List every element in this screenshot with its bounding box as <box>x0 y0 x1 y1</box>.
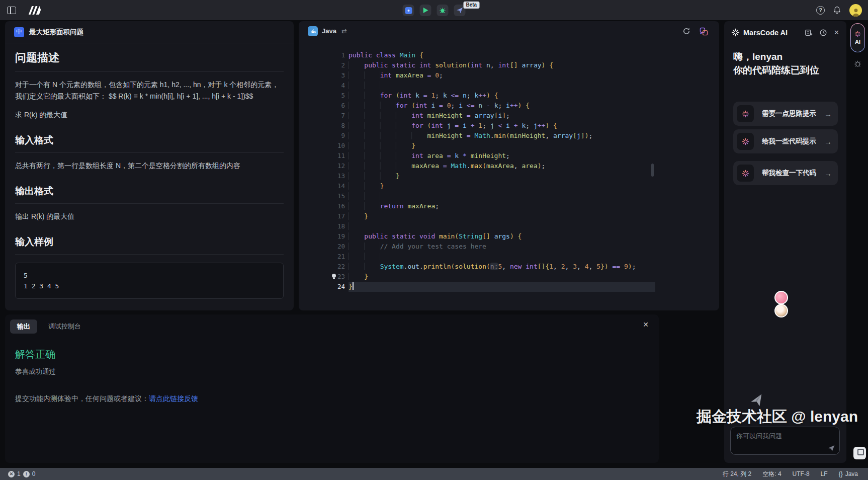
code-line-content[interactable] <box>349 252 655 262</box>
code-line-content[interactable]: minHeight = Math.min(minHeight, array[j]… <box>349 131 655 141</box>
code-line-content[interactable]: return maxArea; <box>349 201 655 211</box>
code-line[interactable]: 21 <box>299 252 655 262</box>
code-line[interactable]: 17 } <box>299 211 655 221</box>
code-line-content[interactable]: int minHeight = array[i]; <box>349 111 655 121</box>
submit-button[interactable]: Beta <box>454 5 466 16</box>
code-line-content[interactable] <box>349 221 655 231</box>
code-line[interactable]: 19 public static void main(String[] args… <box>299 231 655 242</box>
ai-suggestion-code-hint[interactable]: 给我一些代码提示 → <box>733 129 838 153</box>
lightbulb-icon[interactable] <box>331 273 337 280</box>
rail-debug-icon[interactable] <box>853 59 862 68</box>
code-line-content[interactable]: public static int solution(int n, int[] … <box>349 60 655 70</box>
code-line-content[interactable]: int area = k * minHeight; <box>349 151 655 161</box>
sample-input-line: 5 <box>24 270 275 281</box>
java-language-icon <box>308 26 318 36</box>
code-line[interactable]: 3 int maxArea = 0; <box>299 70 655 81</box>
warnings-count[interactable]: 0 <box>32 470 36 477</box>
code-line[interactable]: 23 } <box>299 272 655 282</box>
language-swap-icon[interactable]: ⇄ <box>341 27 347 35</box>
warnings-icon[interactable]: ! <box>23 471 30 477</box>
code-line-content[interactable]: } <box>349 141 655 151</box>
encoding[interactable]: UTF-8 <box>793 470 810 477</box>
help-icon[interactable]: ? <box>816 6 825 15</box>
feedback-text: 提交功能内测体验中，任何问题或者建议： <box>15 394 149 403</box>
editor-scrollbar-thumb[interactable] <box>651 164 654 177</box>
problem-title: 最大矩形面积问题 <box>29 28 83 37</box>
code-line[interactable]: 9 minHeight = Math.min(minHeight, array[… <box>299 131 655 141</box>
tab-debug-console[interactable]: 调试控制台 <box>41 319 88 334</box>
ai-chat-input[interactable] <box>736 432 834 450</box>
code-line-content[interactable]: public static void main(String[] args) { <box>349 231 655 242</box>
tab-output[interactable]: 输出 <box>10 319 37 334</box>
code-line[interactable]: 10 } <box>299 141 655 151</box>
code-line[interactable]: 15 <box>299 191 655 201</box>
code-line-content[interactable]: int maxArea = 0; <box>349 70 655 81</box>
code-line[interactable]: 12 maxArea = Math.max(maxArea, area); <box>299 161 655 171</box>
code-line[interactable]: 18 <box>299 221 655 231</box>
indentation-setting[interactable]: 空格: 4 <box>762 470 781 478</box>
code-line[interactable]: 13 } <box>299 171 655 181</box>
reset-code-icon[interactable] <box>682 27 690 35</box>
code-line-content[interactable]: } <box>349 211 655 221</box>
close-output-panel-icon[interactable]: ✕ <box>643 321 649 329</box>
editor-tab-label[interactable]: Java <box>322 27 336 35</box>
errors-count[interactable]: 1 <box>17 470 21 477</box>
floating-assistant-badge[interactable] <box>774 291 788 304</box>
language-mode[interactable]: {}Java <box>839 470 858 477</box>
marscode-logo[interactable] <box>27 6 41 15</box>
code-line-content[interactable]: System.out.println(solution(n:5, new int… <box>349 262 655 272</box>
code-line-content[interactable]: } <box>349 171 655 181</box>
new-chat-icon[interactable] <box>805 29 813 37</box>
user-avatar[interactable] <box>849 4 862 17</box>
code-line[interactable]: 24} <box>299 282 655 292</box>
code-line-content[interactable]: } <box>349 272 655 282</box>
code-line-content[interactable] <box>349 81 655 91</box>
chat-widget-restore-icon[interactable] <box>853 447 866 459</box>
code-line-content[interactable]: } <box>349 282 655 292</box>
code-line-content[interactable]: for (int i = 0; i <= n - k; i++) { <box>349 101 655 111</box>
code-lines[interactable]: 1public class Main {2 public static int … <box>299 50 655 310</box>
code-line[interactable]: 5 for (int k = 1; k <= n; k++) { <box>299 91 655 101</box>
sidebar-toggle-icon[interactable] <box>7 7 16 14</box>
code-line-content[interactable]: public class Main { <box>349 50 655 60</box>
cursor-position[interactable]: 行 24, 列 2 <box>723 470 751 478</box>
close-ai-panel-icon[interactable]: ✕ <box>834 29 839 36</box>
line-number: 17 <box>299 211 345 221</box>
eol-setting[interactable]: LF <box>821 470 828 477</box>
arrow-right-icon: → <box>824 169 832 178</box>
code-line[interactable]: 8 for (int j = i + 1; j < i + k; j++) { <box>299 121 655 131</box>
code-line[interactable]: 20 // Add your test cases here <box>299 242 655 252</box>
line-number: 10 <box>299 141 345 151</box>
line-number: 15 <box>299 191 345 201</box>
rail-ai-toggle[interactable]: AI <box>850 23 865 52</box>
code-line[interactable]: 4 <box>299 81 655 91</box>
code-line[interactable]: 1public class Main { <box>299 50 655 60</box>
sparkle-gradient-icon <box>854 31 861 37</box>
code-line[interactable]: 6 for (int i = 0; i <= n - k; i++) { <box>299 101 655 111</box>
history-icon[interactable] <box>819 29 827 37</box>
debug-button[interactable] <box>437 5 449 16</box>
code-line[interactable]: 7 int minHeight = array[i]; <box>299 111 655 121</box>
code-line[interactable]: 16 return maxArea; <box>299 201 655 211</box>
code-line-content[interactable]: for (int j = i + 1; j < i + k; j++) { <box>349 121 655 131</box>
ai-suggestion-check-code[interactable]: 帮我检查一下代码 → <box>733 161 838 185</box>
code-line[interactable]: 14 } <box>299 181 655 191</box>
code-line-content[interactable]: } <box>349 181 655 191</box>
code-line-content[interactable]: // Add your test cases here <box>349 242 655 252</box>
floating-assistant-avatar[interactable] <box>774 304 788 317</box>
ai-suggestion-idea-hint[interactable]: 需要一点思路提示 → <box>733 102 838 126</box>
code-line[interactable]: 2 public static int solution(int n, int[… <box>299 60 655 70</box>
stop-button[interactable] <box>403 5 414 16</box>
notifications-bell-icon[interactable] <box>833 6 841 15</box>
diff-compare-icon[interactable] <box>700 27 708 36</box>
person-icon <box>851 8 861 17</box>
feedback-link[interactable]: 请点此链接反馈 <box>149 394 198 403</box>
code-line[interactable]: 11 int area = k * minHeight; <box>299 151 655 161</box>
code-line-content[interactable]: for (int k = 1; k <= n; k++) { <box>349 91 655 101</box>
code-line-content[interactable]: maxArea = Math.max(maxArea, area); <box>349 161 655 171</box>
errors-icon[interactable]: ✕ <box>8 471 15 477</box>
run-button[interactable] <box>420 5 431 16</box>
code-line[interactable]: 22 System.out.println(solution(n:5, new … <box>299 262 655 272</box>
send-icon[interactable] <box>827 444 835 452</box>
code-line-content[interactable] <box>349 191 655 201</box>
